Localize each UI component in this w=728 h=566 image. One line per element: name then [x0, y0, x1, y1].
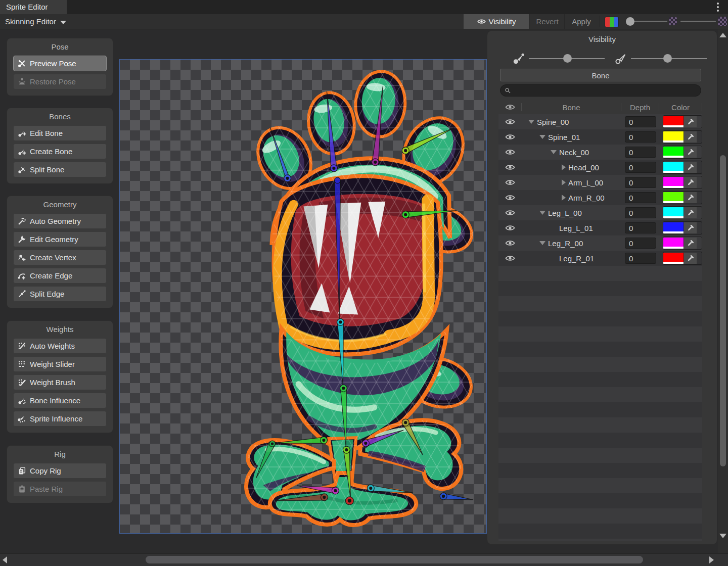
horizontal-scrollbar-thumb[interactable]: [146, 556, 643, 563]
eyedropper-icon[interactable]: [684, 192, 697, 203]
bone-influence-button[interactable]: Bone Influence: [13, 393, 107, 408]
eye-icon[interactable]: [505, 208, 515, 218]
color-swatch[interactable]: [663, 147, 684, 158]
depth-input[interactable]: 0: [625, 207, 656, 218]
color-swatch[interactable]: [663, 131, 684, 143]
bone-opacity-slider-knob[interactable]: [563, 54, 572, 63]
scroll-right-arrow-icon[interactable]: [709, 556, 714, 563]
table-row-head-00[interactable]: Head_00 0: [498, 160, 702, 175]
depth-input[interactable]: 0: [625, 162, 656, 173]
color-swatch[interactable]: [663, 238, 684, 249]
depth-input[interactable]: 0: [625, 222, 656, 233]
eyedropper-icon[interactable]: [684, 253, 697, 264]
mesh-opacity-slider-knob[interactable]: [663, 54, 672, 63]
copy-rig-button[interactable]: Copy Rig: [13, 463, 107, 479]
vertical-scrollbar-thumb[interactable]: [720, 155, 726, 466]
table-row-leg-l-00[interactable]: Leg_L_00 0: [498, 205, 702, 220]
mode-dropdown[interactable]: Skinning Editor: [3, 14, 71, 29]
table-row-arm-l-00[interactable]: Arm_L_00 0: [498, 175, 702, 190]
eye-icon[interactable]: [505, 193, 515, 203]
eyedropper-icon[interactable]: [684, 131, 697, 143]
eyedropper-icon[interactable]: [684, 147, 697, 158]
color-swatch[interactable]: [663, 192, 684, 203]
scroll-up-arrow-icon[interactable]: [719, 33, 726, 37]
alpha-slider-knob[interactable]: [626, 17, 634, 26]
restore-pose-button[interactable]: Restore Pose: [13, 74, 107, 89]
weight-brush-button[interactable]: Weight Brush: [13, 374, 107, 390]
depth-input[interactable]: 0: [625, 253, 656, 264]
split-bone-button[interactable]: Split Bone: [13, 162, 107, 177]
weight-slider-button[interactable]: Weight Slider: [13, 356, 107, 372]
chevron-down-icon[interactable]: [539, 241, 545, 245]
eye-icon[interactable]: [505, 253, 515, 263]
bone-color-control[interactable]: [663, 237, 702, 250]
chevron-down-icon[interactable]: [539, 211, 545, 215]
table-row-leg-r-01[interactable]: Leg_R_01 0: [498, 251, 702, 266]
color-swatch[interactable]: [663, 116, 684, 127]
kebab-menu-icon[interactable]: [717, 3, 719, 13]
auto-geometry-button[interactable]: Auto Geometry: [13, 213, 107, 229]
bone-color-control[interactable]: [663, 115, 702, 128]
table-row-spine-01[interactable]: Spine_01 0: [498, 129, 702, 145]
depth-input[interactable]: 0: [625, 116, 656, 127]
column-header-bone[interactable]: Bone: [521, 103, 621, 111]
create-bone-button[interactable]: Create Bone: [13, 144, 107, 159]
eyedropper-icon[interactable]: [684, 116, 697, 127]
chevron-right-icon[interactable]: [562, 195, 566, 201]
search-input[interactable]: [514, 86, 697, 95]
apply-button[interactable]: Apply: [564, 14, 598, 29]
edit-bone-button[interactable]: Edit Bone: [13, 125, 107, 141]
rgb-channels-button[interactable]: [605, 17, 619, 27]
sprite-canvas[interactable]: [119, 59, 487, 534]
split-edge-button[interactable]: Split Edge: [13, 286, 107, 302]
eye-icon[interactable]: [505, 147, 515, 157]
eye-icon[interactable]: [505, 132, 515, 142]
bone-color-control[interactable]: [663, 221, 702, 234]
depth-input[interactable]: 0: [625, 238, 656, 249]
color-swatch[interactable]: [663, 162, 684, 173]
eyedropper-icon[interactable]: [684, 238, 697, 249]
chevron-down-icon[interactable]: [528, 120, 534, 124]
tab-sprite-editor[interactable]: Sprite Editor: [0, 0, 67, 14]
eye-icon[interactable]: [505, 223, 515, 233]
column-header-depth[interactable]: Depth: [621, 103, 659, 111]
table-row-leg-l-01[interactable]: Leg_L_01 0: [498, 220, 702, 235]
bone-color-control[interactable]: [663, 130, 702, 144]
revert-button[interactable]: Revert: [529, 14, 565, 29]
visibility-toggle-button[interactable]: Visibility: [464, 14, 529, 29]
scroll-down-arrow-icon[interactable]: [719, 534, 726, 538]
opacity-slider-track[interactable]: [680, 21, 716, 22]
color-swatch[interactable]: [663, 177, 684, 188]
eye-icon[interactable]: [505, 177, 515, 187]
chevron-down-icon[interactable]: [539, 135, 545, 139]
eyedropper-icon[interactable]: [684, 222, 697, 233]
bone-color-control[interactable]: [663, 206, 702, 219]
chevron-right-icon[interactable]: [562, 164, 566, 170]
edit-geometry-button[interactable]: Edit Geometry: [13, 231, 107, 247]
create-vertex-button[interactable]: Create Vertex: [13, 250, 107, 265]
color-swatch[interactable]: [663, 253, 684, 264]
scroll-left-arrow-icon[interactable]: [3, 556, 7, 563]
eyedropper-icon[interactable]: [684, 207, 697, 218]
vertical-scrollbar[interactable]: [718, 29, 728, 554]
eye-icon[interactable]: [505, 117, 515, 127]
preview-pose-button[interactable]: Preview Pose: [13, 56, 107, 71]
bone-color-control[interactable]: [663, 252, 702, 265]
eyedropper-icon[interactable]: [684, 162, 697, 173]
bone-color-control[interactable]: [663, 161, 702, 174]
column-header-color[interactable]: Color: [659, 103, 702, 111]
paste-rig-button[interactable]: Paste Rig: [13, 481, 107, 497]
depth-input[interactable]: 0: [625, 147, 656, 158]
horizontal-scrollbar[interactable]: [0, 553, 728, 566]
bone-color-control[interactable]: [663, 176, 702, 189]
auto-weights-button[interactable]: Auto Weights: [13, 338, 107, 354]
bone-color-control[interactable]: [663, 146, 702, 159]
depth-input[interactable]: 0: [625, 177, 656, 188]
bone-color-control[interactable]: [663, 191, 702, 204]
sprite-influence-button[interactable]: Sprite Influence: [13, 411, 107, 427]
color-swatch[interactable]: [663, 222, 684, 233]
chevron-down-icon[interactable]: [551, 150, 557, 154]
depth-input[interactable]: 0: [625, 131, 656, 143]
depth-input[interactable]: 0: [625, 192, 656, 203]
color-swatch[interactable]: [663, 207, 684, 218]
